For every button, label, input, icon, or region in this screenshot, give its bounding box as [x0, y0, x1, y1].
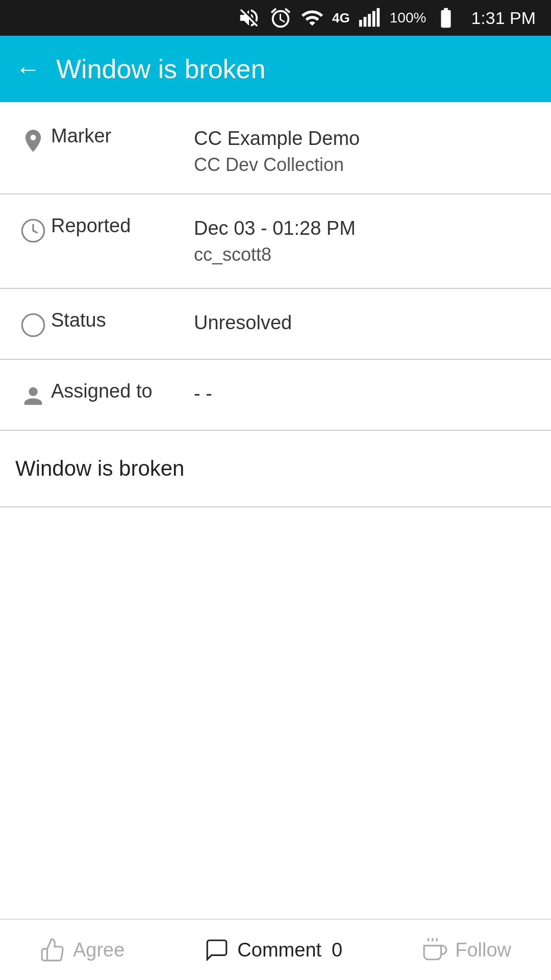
marker-label: Marker: [51, 125, 194, 147]
svg-rect-0: [359, 20, 362, 27]
follow-label: Follow: [455, 939, 511, 961]
content-area: Marker CC Example Demo CC Dev Collection…: [0, 102, 551, 916]
status-bar: 4G 100% 1:31 PM: [0, 0, 551, 36]
clock-icon: [20, 217, 46, 244]
svg-rect-4: [377, 8, 380, 27]
agree-action[interactable]: Agree: [40, 937, 124, 963]
assigned-label: Assigned to: [51, 380, 194, 402]
agree-label: Agree: [73, 939, 124, 961]
comment-icon: [204, 937, 230, 963]
wifi-icon: [300, 6, 324, 30]
reported-icon-container: [15, 217, 51, 244]
status-icons: 4G 100% 1:31 PM: [237, 6, 536, 30]
assigned-value: - -: [194, 380, 536, 407]
assigned-icon-container: [15, 383, 51, 409]
signal-icon: [358, 6, 382, 30]
alarm-icon: [269, 6, 292, 30]
comment-count: 0: [332, 939, 342, 961]
battery-icon: [434, 6, 458, 30]
header: ← Window is broken: [0, 36, 551, 102]
svg-point-6: [22, 314, 44, 336]
description-section: Window is broken: [0, 431, 551, 507]
svg-rect-2: [368, 14, 371, 27]
follow-action[interactable]: Follow: [422, 937, 511, 963]
svg-rect-3: [372, 11, 375, 27]
thumbs-up-icon: [40, 937, 65, 963]
bottom-bar: Agree Comment 0 Follow: [0, 919, 551, 980]
comment-action[interactable]: Comment 0: [204, 937, 342, 963]
svg-rect-1: [363, 17, 366, 27]
status-label: Status: [51, 309, 194, 331]
person-icon: [20, 383, 46, 409]
page-title: Window is broken: [56, 54, 265, 84]
description-text: Window is broken: [15, 456, 184, 480]
status-row: Status Unresolved: [0, 289, 551, 359]
comment-label: Comment: [237, 939, 321, 961]
battery-percent: 100%: [390, 10, 427, 26]
follow-icon: [422, 937, 447, 963]
mute-icon: [237, 6, 261, 30]
status-value: Unresolved: [194, 309, 536, 336]
reported-label: Reported: [51, 215, 194, 237]
marker-row: Marker CC Example Demo CC Dev Collection: [0, 102, 551, 193]
circle-icon: [20, 312, 46, 338]
status-time: 1:31 PM: [471, 8, 536, 28]
status-icon-container: [15, 312, 51, 338]
location-icon: [20, 128, 46, 154]
assigned-row: Assigned to - -: [0, 360, 551, 430]
empty-content-area: [0, 507, 551, 916]
reported-row: Reported Dec 03 - 01:28 PM cc_scott8: [0, 194, 551, 288]
lte-icon: 4G: [332, 10, 350, 26]
back-button[interactable]: ←: [15, 54, 41, 84]
marker-icon-container: [15, 128, 51, 154]
reported-value: Dec 03 - 01:28 PM cc_scott8: [194, 215, 536, 268]
marker-value: CC Example Demo CC Dev Collection: [194, 125, 536, 178]
